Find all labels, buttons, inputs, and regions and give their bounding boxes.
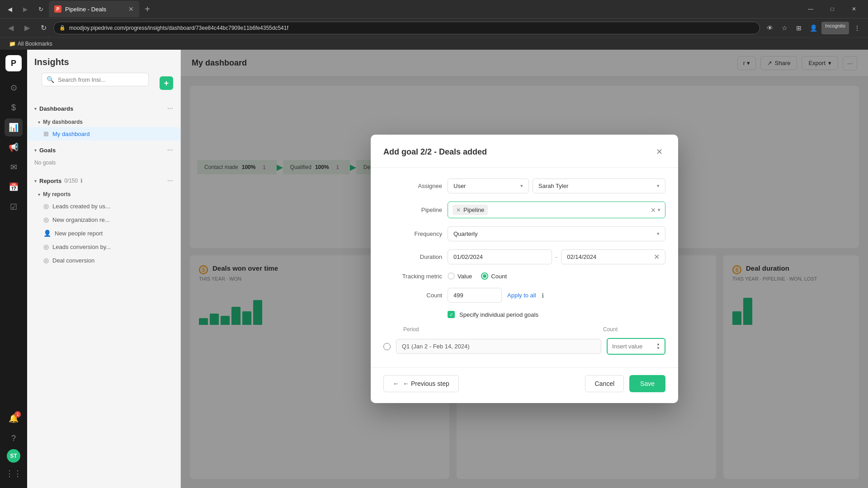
user-avatar[interactable]: ST [7,449,20,463]
refresh-button[interactable]: ↻ [37,22,50,34]
pipeline-clear-icon[interactable]: ✕ [651,206,656,214]
sidebar-item-leads-created[interactable]: ◎ Leads created by us... [27,199,180,213]
spinner-up-icon[interactable]: ▲ [656,343,660,346]
modal-header: Add goal 2/2 - Deals added ✕ [371,135,678,168]
back-button[interactable]: ◀ [5,22,17,34]
duration-label: Duration [383,253,442,260]
calendar-icon[interactable]: 📅 [5,178,23,196]
nav-refresh[interactable]: ↻ [34,3,47,15]
period-count-input-q1[interactable] [612,343,648,350]
sidebar-item-leads-conversion[interactable]: ◎ Leads conversion by... [27,240,180,253]
deal-conversion-label: Deal conversion [52,257,94,264]
specify-period-row: ✓ Specify individual period goals [448,311,665,318]
period-radio-q1[interactable] [383,343,391,350]
reports-info-icon[interactable]: ℹ [80,178,83,184]
help-icon[interactable]: ? [5,429,23,447]
tracking-value-option[interactable]: Value [448,272,472,280]
search-box[interactable]: 🔍 [42,73,149,86]
my-dashboards-header[interactable]: ▾ My dashboards [27,116,180,127]
home-icon[interactable]: ⊙ [5,79,23,97]
frequency-select[interactable]: Quarterly ▾ [448,226,665,241]
sidebar-item-new-organization[interactable]: ◎ New organization re... [27,213,180,226]
my-reports-label: My reports [43,191,71,197]
search-input[interactable] [58,76,144,83]
modal-title: Add goal 2/2 - Deals added [383,147,487,157]
duration-separator: - [556,253,557,260]
megaphone-icon[interactable]: 📢 [5,138,23,156]
incognito-badge[interactable]: Incognito [821,22,849,34]
extension-icon[interactable]: ⊞ [793,22,805,34]
modal-overlay: Add goal 2/2 - Deals added ✕ Assignee Us… [181,50,868,488]
dashboards-more-icon[interactable]: ··· [167,104,173,113]
forward-button[interactable]: ▶ [21,22,33,34]
modal-close-button[interactable]: ✕ [653,145,665,158]
insights-icon[interactable]: 📊 [5,118,23,136]
goals-more-icon[interactable]: ··· [167,146,173,154]
my-dashboard-item[interactable]: ⊞ My dashboard [27,127,180,141]
assignee-name-arrow-icon: ▾ [657,183,660,189]
spinner-down-icon[interactable]: ▼ [656,347,660,350]
goals-section-header[interactable]: ▾ Goals ··· [27,142,180,158]
tracking-count-radio[interactable] [481,272,488,280]
close-window-button[interactable]: ✕ [844,2,864,16]
active-tab[interactable]: P Pipeline - Deals ✕ [49,1,139,17]
nav-back[interactable]: ◀ [4,3,16,15]
pipeline-label: Pipeline [383,206,442,213]
add-button[interactable]: + [160,76,173,90]
tracking-value-radio[interactable] [448,272,455,280]
dashboards-section-header[interactable]: ▾ Dashboards ··· [27,101,180,116]
assignee-name-select[interactable]: Sarah Tyler ▾ [533,178,665,193]
modal-body: Assignee User ▾ Sarah Tyler ▾ [371,168,678,367]
specify-period-checkbox[interactable]: ✓ [448,311,455,318]
mail-icon[interactable]: ✉ [5,158,23,176]
period-count-q1[interactable]: ▲ ▼ [607,338,665,355]
pipeline-dropdown-arrow-icon[interactable]: ▾ [658,207,660,213]
duration-start-input[interactable] [448,249,552,264]
duration-clear-icon[interactable]: ✕ [654,253,660,261]
save-button[interactable]: Save [629,375,665,392]
target-icon-4: ◎ [43,257,49,264]
bookmark-all-bookmarks[interactable]: 📁 All Bookmarks [5,40,56,48]
spinner-buttons: ▲ ▼ [656,343,660,350]
apply-all-link[interactable]: Apply to all [507,292,536,299]
bookmarks-bar: 📁 All Bookmarks [0,37,868,50]
count-input[interactable] [448,288,502,303]
address-bar[interactable]: 🔒 moodjoy.pipedrive.com/progress/insight… [53,22,760,34]
minimize-button[interactable]: — [800,2,821,16]
sidebar-item-new-people[interactable]: 👤 New people report [27,226,180,240]
task-icon[interactable]: ☑ [5,198,23,216]
cancel-button[interactable]: Cancel [585,375,624,392]
new-tab-button[interactable]: + [141,3,154,15]
sidebar-item-deal-conversion[interactable]: ◎ Deal conversion [27,253,180,267]
my-reports-header[interactable]: ▾ My reports [27,188,180,199]
menu-button[interactable]: ⋮ [851,22,863,34]
tracking-value-label: Value [458,273,472,280]
assignee-type-select[interactable]: User ▾ [448,178,529,193]
tab-icon: P [54,5,61,13]
apply-all-info-icon[interactable]: ℹ [542,292,544,299]
people-icon: 👤 [43,230,51,237]
pipeline-row: Pipeline ✕ Pipeline ✕ ▾ [383,202,665,218]
url-text: moodjoy.pipedrive.com/progress/insights/… [69,25,288,31]
tab-close-button[interactable]: ✕ [128,5,134,13]
specify-period-label: Specify individual period goals [459,311,538,318]
previous-step-button[interactable]: ← ← Previous step [383,375,459,392]
reports-more-icon[interactable]: ··· [167,177,173,185]
pipedrive-logo[interactable]: P [5,55,22,71]
maximize-button[interactable]: □ [822,2,843,16]
eye-off-icon[interactable]: 👁 [764,22,776,34]
dollar-icon[interactable]: $ [5,99,23,117]
settings-more-icon[interactable]: ⋮⋮ [5,465,23,483]
tracking-count-option[interactable]: Count [481,272,507,280]
browser-actions: 👁 ☆ ⊞ 👤 Incognito ⋮ [764,22,863,34]
nav-forward[interactable]: ▶ [19,3,32,15]
pipeline-tag-remove-icon[interactable]: ✕ [456,207,461,213]
pipeline-input[interactable]: ✕ Pipeline ✕ ▾ [448,202,665,218]
profile-icon[interactable]: 👤 [807,22,820,34]
reports-section: ▾ Reports 0/150 ℹ ··· ▾ My reports ◎ Lea… [27,171,180,269]
target-icon-1: ◎ [43,202,49,210]
notification-icon[interactable]: 🔔 1 [5,409,23,427]
goals-label: Goals [39,147,56,154]
star-icon[interactable]: ☆ [778,22,791,34]
reports-section-header[interactable]: ▾ Reports 0/150 ℹ ··· [27,173,180,188]
